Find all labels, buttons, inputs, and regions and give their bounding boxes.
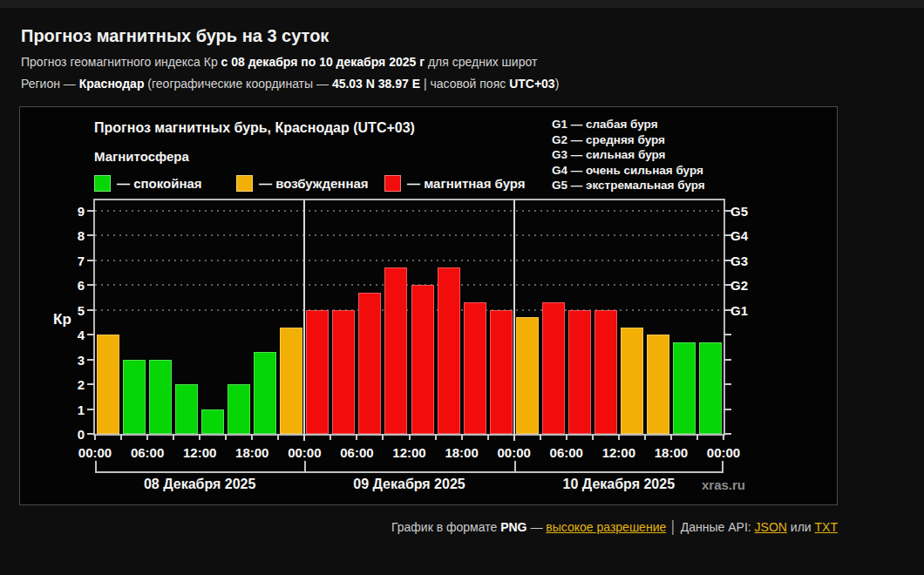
text-segment: График в формате (391, 520, 500, 534)
text-segment: Прогноз геомагнитного индекса Кр (21, 55, 221, 69)
kp-tick-label: 4 (58, 328, 85, 342)
legend-label: — магнитная буря (407, 176, 526, 191)
text-segment: или (787, 520, 815, 534)
g-axis-label: G1 (730, 303, 765, 318)
g-axis-label: G5 (730, 204, 765, 219)
time-axis-tick (696, 434, 698, 440)
day-bracket (95, 471, 724, 473)
text-segment: | часовой пояс (420, 77, 509, 91)
txt-api-link[interactable]: TXT (815, 520, 838, 534)
time-axis-tick (199, 434, 200, 440)
plot-area: Кр xras.ru 0123456789G1G2G3G4G500:0006:0… (93, 199, 725, 436)
time-axis-tick (592, 434, 594, 440)
kp-tick-label: 2 (58, 377, 85, 392)
page-title: Прогноз магнитных бурь на 3 суток (21, 26, 329, 46)
time-axis-tick (461, 434, 463, 440)
text-segment: Регион — (21, 77, 79, 91)
kp-axis-tick (87, 383, 95, 385)
json-api-link[interactable]: JSON (755, 520, 787, 534)
time-tick-label: 06:00 (544, 445, 589, 460)
g-level-gridline (95, 309, 724, 311)
text-segment: — (527, 520, 547, 534)
legend-title: Магнитосфера (94, 149, 189, 164)
time-tick-label: 18:00 (649, 445, 694, 460)
kp-bar (516, 317, 539, 434)
kp-tick-label: 7 (58, 254, 85, 268)
g-level-gridline (95, 260, 724, 261)
time-axis-tick (120, 434, 122, 440)
time-axis-tick (409, 434, 411, 440)
kp-axis-tick (87, 409, 95, 410)
chart-title: Прогноз магнитных бурь, Краснодар (UTC+0… (94, 120, 415, 136)
chart-panel: Прогноз магнитных бурь, Краснодар (UTC+0… (19, 106, 838, 505)
text-segment: 45.03 N 38.97 E (332, 77, 420, 91)
time-axis-tick (670, 434, 672, 440)
time-axis-tick (540, 434, 541, 440)
text-segment: с 08 декабря по 10 декабря 2025 г (221, 55, 425, 69)
time-tick-label: 06:00 (334, 445, 379, 460)
time-axis-tick (146, 434, 148, 440)
text-segment: │ (666, 520, 681, 534)
legend-swatch (236, 175, 253, 192)
kp-bar (280, 328, 302, 434)
kp-bar (699, 342, 722, 434)
kp-axis-tick (87, 309, 95, 311)
g-scale-item: G4 — очень сильная буря (552, 163, 705, 179)
g-scale-item: G1 — слабая буря (552, 117, 705, 132)
kp-axis-tick (87, 284, 95, 286)
day-separator (513, 200, 515, 441)
text-segment: Краснодар (79, 77, 145, 91)
kp-bar (123, 360, 146, 434)
forecast-subtitle: Прогноз геомагнитного индекса Кр с 08 де… (21, 55, 537, 69)
g-level-gridline (95, 284, 724, 286)
kp-tick-label: 6 (58, 278, 85, 293)
time-axis-tick (94, 434, 96, 440)
text-segment: UTC+03 (509, 77, 555, 91)
day-label: 08 Декабря 2025 (95, 477, 304, 492)
time-tick-label: 00:00 (282, 445, 327, 460)
text-segment: для средних широт (425, 55, 537, 69)
high-res-link[interactable]: высокое разрешение (546, 520, 666, 534)
time-tick-label: 00:00 (492, 445, 537, 460)
kp-bar (647, 335, 669, 434)
g-axis-label: G4 (730, 228, 765, 243)
text-segment: PNG (500, 520, 527, 534)
day-bracket-tick (514, 461, 516, 472)
day-label: 09 Декабря 2025 (304, 477, 513, 492)
time-axis-tick (618, 434, 620, 440)
kp-axis-tick (87, 334, 95, 335)
kp-bar (490, 310, 513, 434)
g-axis-tick (724, 409, 731, 410)
day-bracket-tick (304, 461, 306, 472)
g-axis-tick (724, 383, 731, 385)
g-axis-tick (724, 433, 731, 435)
text-segment: Данные API: (681, 520, 755, 534)
time-tick-label: 18:00 (229, 445, 275, 460)
time-axis-tick (330, 434, 331, 440)
kp-tick-label: 9 (58, 204, 85, 219)
time-axis-tick (566, 434, 567, 440)
legend-item: — возбужденная (236, 174, 369, 192)
kp-axis-tick (87, 234, 95, 236)
kp-bar (97, 335, 119, 434)
day-separator (303, 200, 305, 441)
kp-bar (149, 360, 172, 434)
legend-swatch (94, 175, 111, 192)
kp-bar (464, 302, 486, 434)
g-axis-label: G2 (730, 278, 765, 293)
kp-tick-label: 0 (58, 427, 85, 442)
time-tick-label: 18:00 (439, 445, 485, 460)
kp-axis-tick (87, 359, 95, 361)
kp-bar (411, 285, 434, 434)
text-segment: ) (555, 77, 560, 91)
time-axis-tick (225, 434, 227, 440)
kp-bar (306, 310, 329, 434)
time-axis-tick (644, 434, 646, 440)
kp-bar (438, 267, 460, 434)
legend-item: — спокойная (94, 174, 202, 192)
kp-tick-label: 5 (58, 303, 85, 318)
g-axis-tick (724, 334, 731, 335)
top-strip (0, 0, 924, 8)
time-tick-label: 06:00 (125, 445, 170, 460)
footer: График в формате PNG — высокое разрешени… (391, 520, 838, 534)
